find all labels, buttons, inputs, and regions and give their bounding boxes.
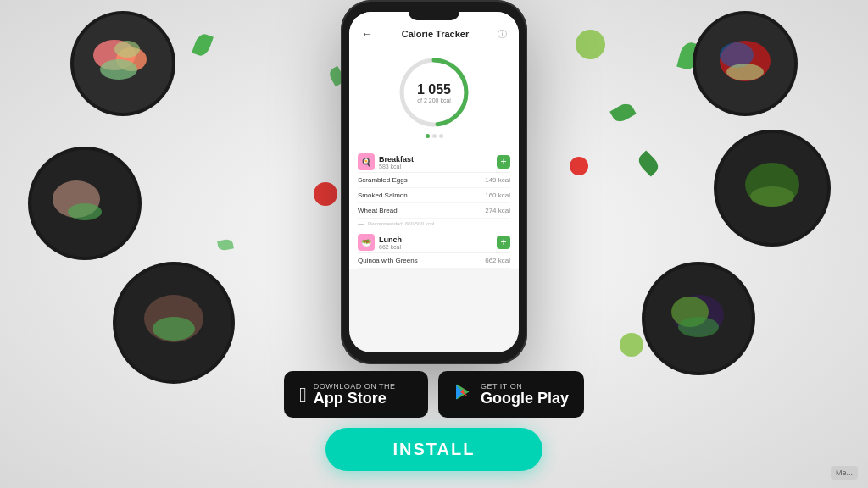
store-buttons:  Download on the App Store GET IT ON Go…: [284, 371, 584, 418]
dot-2: [432, 134, 437, 138]
meal-item-quinoa-kcal: 662 kcal: [485, 257, 510, 264]
food-bowl-6: [639, 259, 758, 378]
lunch-name: Lunch: [379, 236, 402, 244]
meal-item-bread: Wheat Bread 274 kcal: [358, 203, 510, 219]
meal-item-salmon-name: Smoked Salmon: [358, 191, 408, 199]
breakfast-name: Breakfast: [379, 155, 414, 164]
calorie-subtitle: of 2 200 kcal: [417, 97, 451, 103]
svg-point-13: [68, 203, 102, 220]
calorie-number: 1 055: [417, 82, 451, 97]
breakfast-add-button[interactable]: +: [497, 155, 510, 169]
phone-screen: ← Calorie Tracker ⓘ 1 055 of 2 200 kcal: [349, 12, 519, 352]
meal-item-eggs: Scrambled Eggs 149 kcal: [358, 173, 510, 188]
svg-point-6: [114, 41, 140, 58]
google-play-button[interactable]: GET IT ON Google Play: [438, 371, 584, 418]
breakfast-kcal: 583 kcal: [379, 164, 414, 169]
phone-body: ← Calorie Tracker ⓘ 1 055 of 2 200 kcal: [341, 0, 527, 364]
lime-2: [620, 333, 643, 357]
meal-item-quinoa: Quinoa with Greens 662 kcal: [358, 253, 510, 269]
food-bowl-1: [68, 8, 178, 119]
breakfast-header-left: 🍳 Breakfast 583 kcal: [358, 153, 414, 170]
lunch-kcal: 662 kcal: [379, 244, 402, 250]
breakfast-section: 🍳 Breakfast 583 kcal + Scrambled Eggs 14…: [349, 148, 519, 229]
app-store-button[interactable]:  Download on the App Store: [284, 371, 428, 418]
dot-1: [426, 134, 430, 138]
meal-item-bread-kcal: 274 kcal: [485, 207, 510, 214]
lunch-title-block: Lunch 662 kcal: [379, 236, 402, 250]
google-play-icon: [453, 382, 474, 408]
app-store-text: Download on the App Store: [314, 382, 396, 408]
watermark: Me...: [831, 466, 858, 480]
recommended-line: [358, 224, 364, 225]
svg-point-19: [153, 317, 195, 341]
lunch-add-button[interactable]: +: [497, 236, 510, 249]
lime-1: [576, 30, 605, 59]
meal-item-eggs-name: Scrambled Eggs: [358, 176, 408, 184]
svg-point-4: [100, 59, 137, 80]
bottom-section:  Download on the App Store GET IT ON Go…: [0, 371, 868, 488]
google-play-large-text: Google Play: [481, 391, 569, 408]
meal-item-salmon: Smoked Salmon 160 kcal: [358, 188, 510, 203]
breakfast-icon: 🍳: [358, 153, 375, 170]
svg-point-33: [750, 186, 794, 207]
phone-notch: [409, 12, 459, 20]
info-icon: ⓘ: [498, 28, 507, 41]
breakfast-header: 🍳 Breakfast 583 kcal +: [358, 148, 510, 173]
food-bowl-2: [25, 144, 144, 263]
meal-item-salmon-kcal: 160 kcal: [485, 191, 510, 199]
lunch-icon: 🥗: [358, 234, 375, 251]
calorie-text: 1 055 of 2 200 kcal: [417, 82, 451, 103]
tomato-1: [314, 182, 337, 206]
calorie-circle: 1 055 of 2 200 kcal: [396, 54, 472, 130]
food-bowl-5: [711, 127, 834, 250]
apple-icon: : [299, 383, 307, 407]
breakfast-title-block: Breakfast 583 kcal: [379, 155, 414, 169]
recommended-text: Recommended: 600-500 kcal: [368, 221, 434, 226]
food-bowl-3: [110, 259, 237, 386]
install-button[interactable]: INSTALL: [326, 428, 543, 471]
lunch-header-left: 🥗 Lunch 662 kcal: [358, 234, 402, 251]
app-title: Calorie Tracker: [402, 29, 470, 39]
google-play-text: GET IT ON Google Play: [481, 382, 569, 408]
dot-3: [439, 134, 443, 138]
phone-mockup: ← Calorie Tracker ⓘ 1 055 of 2 200 kcal: [341, 0, 527, 364]
meal-item-eggs-kcal: 149 kcal: [485, 176, 510, 184]
app-store-large-text: App Store: [314, 391, 396, 408]
meal-item-quinoa-name: Quinoa with Greens: [358, 257, 418, 264]
recommended-bar: Recommended: 600-500 kcal: [358, 219, 510, 229]
back-arrow-icon: ←: [361, 27, 373, 41]
svg-point-40: [678, 317, 719, 337]
lunch-section: 🥗 Lunch 662 kcal + Quinoa with Greens 66…: [349, 229, 519, 269]
calorie-section: 1 055 of 2 200 kcal: [349, 47, 519, 148]
dots-indicator: [426, 134, 443, 138]
food-bowl-4: [690, 8, 800, 119]
tomato-2: [570, 157, 588, 175]
meal-item-bread-name: Wheat Bread: [358, 207, 398, 214]
svg-point-26: [726, 64, 764, 80]
lunch-header: 🥗 Lunch 662 kcal +: [358, 229, 510, 253]
